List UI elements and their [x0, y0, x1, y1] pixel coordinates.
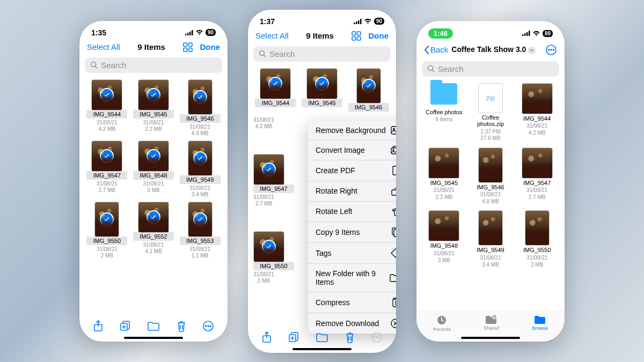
- done-button[interactable]: Done: [369, 31, 389, 40]
- file-item[interactable]: IMG_9550 31/08/212 MB: [85, 202, 129, 260]
- file-meta: 31/08/213.4 MB: [480, 255, 501, 268]
- share-icon[interactable]: [93, 320, 104, 332]
- back-button[interactable]: Back: [424, 45, 448, 54]
- selected-check-icon: [262, 240, 276, 254]
- file-item[interactable]: IMG_9545 31/08/212.2 MB: [422, 147, 466, 205]
- file-meta: 31/08/212 MB: [253, 271, 274, 285]
- svg-point-42: [376, 337, 377, 338]
- duplicate-icon[interactable]: [288, 331, 299, 343]
- file-item[interactable]: IMG_9550 31/08/212 MB: [515, 210, 559, 268]
- select-all-button[interactable]: Select All: [255, 31, 289, 40]
- file-item[interactable]: IMG_9547 31/08/212.7 MB: [515, 147, 559, 205]
- svg-point-27: [393, 128, 395, 130]
- done-button[interactable]: Done: [200, 42, 221, 51]
- menu-item-rotr[interactable]: Rotate Right: [308, 181, 396, 202]
- rotr-icon: [391, 187, 396, 196]
- view-mode-icon[interactable]: [183, 42, 193, 52]
- file-item[interactable]: zip Coffee photos.zip 1:37 PM27.6 MB: [469, 83, 513, 142]
- file-item[interactable]: Coffee photos 9 items: [422, 83, 466, 142]
- menu-item-rotl[interactable]: Rotate Left: [308, 202, 396, 222]
- home-indicator[interactable]: [292, 348, 352, 350]
- file-item[interactable]: IMG_9553 31/08/211.1 MB: [178, 202, 222, 260]
- file-item[interactable]: IMG_9552 31/08/214.1 MB: [131, 202, 176, 260]
- duplicate-icon[interactable]: [119, 320, 131, 332]
- phone-screen-browse: 1:46 89 Back Coffee Talk Show 3.0 Search…: [416, 21, 565, 342]
- file-item[interactable]: IMG_9549 31/08/213.4 MB: [469, 210, 513, 268]
- file-item[interactable]: IMG_9547 31/08/212.7 MB: [253, 154, 296, 208]
- file-item[interactable]: IMG_9544 31/08/214.2 MB: [515, 83, 559, 142]
- pdf-icon: [392, 166, 396, 175]
- chevron-down-icon[interactable]: [528, 47, 536, 54]
- file-meta: 31/08/213 MB: [434, 250, 455, 264]
- file-meta: 31/08/212 MB: [526, 255, 547, 268]
- svg-point-15: [210, 326, 211, 327]
- select-all-button[interactable]: Select All: [87, 42, 120, 51]
- file-item[interactable]: IMG_9545: [300, 68, 345, 112]
- file-meta: 31/08/214.2 MB: [97, 120, 118, 133]
- menu-item-newfolder[interactable]: New Folder with 9 Items: [308, 264, 396, 292]
- file-item[interactable]: IMG_9549 31/08/213.4 MB: [178, 141, 222, 198]
- share-icon[interactable]: [261, 331, 272, 343]
- menu-item-rmbg[interactable]: Remove Background: [308, 121, 396, 141]
- menu-item-pdf[interactable]: Create PDF: [308, 160, 396, 181]
- move-folder-icon[interactable]: [147, 320, 160, 332]
- file-thumbnail: [91, 141, 122, 172]
- menu-item-copy[interactable]: Copy 9 Items: [308, 222, 396, 243]
- compress-icon: [392, 298, 396, 307]
- search-bar[interactable]: Search: [422, 61, 559, 77]
- tab-recents[interactable]: Recents: [433, 314, 451, 332]
- home-indicator[interactable]: [461, 337, 520, 339]
- svg-rect-33: [394, 230, 396, 237]
- nav-bar: Select All 9 Items Done: [79, 39, 228, 55]
- svg-rect-23: [357, 36, 361, 40]
- menu-item-label: Tags: [316, 249, 332, 257]
- menu-item-tag[interactable]: Tags: [308, 243, 396, 264]
- more-icon[interactable]: [545, 44, 557, 56]
- file-item[interactable]: IMG_9546: [346, 68, 391, 112]
- file-item[interactable]: IMG_9545 31/08/212.2 MB: [131, 79, 176, 137]
- file-item[interactable]: IMG_9550 31/08/212 MB: [253, 231, 296, 285]
- status-time-pill[interactable]: 1:46: [428, 28, 453, 39]
- menu-item-convert[interactable]: Convert Image: [308, 141, 396, 160]
- file-meta: 31/08/214.1 MB: [143, 242, 164, 255]
- selected-check-icon: [100, 212, 114, 226]
- file-item[interactable]: IMG_9548 31/08/213 MB: [422, 210, 466, 268]
- file-item[interactable]: IMG_9547 31/08/212.7 MB: [85, 141, 129, 198]
- svg-point-51: [553, 49, 554, 50]
- menu-item-compress[interactable]: Compress: [308, 292, 396, 313]
- trash-icon[interactable]: [345, 331, 355, 343]
- convert-icon: [391, 146, 396, 154]
- tab-shared[interactable]: Shared: [484, 314, 499, 332]
- file-item[interactable]: IMG_9544 31/08/214.2 MB: [253, 116, 296, 130]
- file-meta: 1:37 PM27.6 MB: [480, 129, 500, 142]
- tab-label: Shared: [484, 326, 499, 331]
- file-item[interactable]: IMG_9544: [253, 68, 298, 112]
- file-item[interactable]: IMG_9546 31/08/214.8 MB: [469, 147, 513, 205]
- file-item[interactable]: IMG_9546 31/08/214.8 MB: [178, 79, 222, 137]
- menu-item-label: Copy 9 Items: [316, 228, 360, 237]
- status-bar: 1:37 90: [248, 10, 396, 28]
- file-name: IMG_9549: [180, 175, 221, 184]
- file-item[interactable]: IMG_9544 31/08/214.2 MB: [85, 79, 129, 137]
- selected-check-icon: [147, 88, 160, 102]
- trash-icon[interactable]: [176, 320, 187, 332]
- status-bar: 1:35 90: [79, 21, 228, 39]
- search-icon: [90, 61, 98, 69]
- selected-check-icon: [193, 151, 207, 165]
- more-icon[interactable]: [371, 331, 383, 343]
- svg-rect-31: [392, 190, 396, 195]
- svg-point-13: [206, 326, 207, 327]
- search-bar[interactable]: Search: [85, 57, 222, 73]
- tab-browse[interactable]: Browse: [532, 314, 548, 332]
- more-icon[interactable]: [202, 320, 214, 332]
- folder-icon: [430, 83, 457, 105]
- file-item[interactable]: IMG_9548 31/08/213 MB: [131, 141, 176, 198]
- svg-rect-32: [394, 210, 396, 216]
- view-mode-icon[interactable]: [352, 31, 361, 41]
- search-bar[interactable]: Search: [253, 46, 391, 62]
- move-folder-icon[interactable]: [316, 331, 328, 343]
- file-meta: 31/08/214.8 MB: [189, 124, 210, 137]
- menu-item-label: Create PDF: [316, 166, 355, 175]
- home-indicator[interactable]: [124, 337, 183, 339]
- wifi-icon: [195, 29, 203, 35]
